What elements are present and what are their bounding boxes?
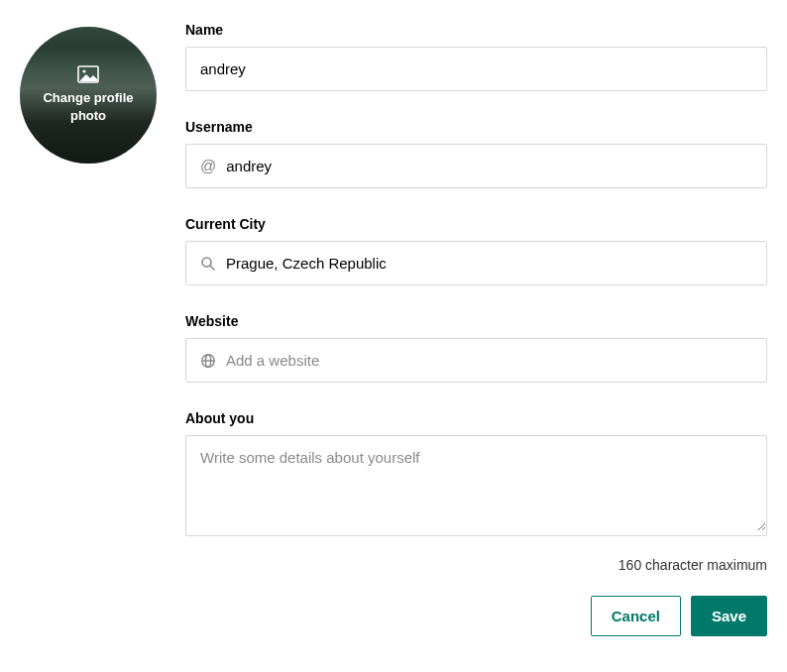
- current-city-input[interactable]: [216, 242, 766, 284]
- at-symbol-prefix: @: [186, 158, 216, 175]
- name-input[interactable]: [186, 48, 766, 90]
- about-label: About you: [185, 410, 767, 426]
- image-icon: [77, 65, 99, 83]
- cancel-button[interactable]: Cancel: [591, 596, 681, 636]
- svg-point-1: [82, 70, 85, 73]
- change-profile-photo-label: Change profile photo: [20, 89, 157, 124]
- search-icon: [186, 256, 216, 272]
- name-label: Name: [185, 22, 767, 38]
- current-city-label: Current City: [185, 216, 767, 232]
- svg-line-3: [210, 266, 214, 270]
- about-textarea[interactable]: [186, 436, 766, 531]
- globe-icon: [186, 353, 216, 369]
- website-label: Website: [185, 313, 767, 329]
- username-label: Username: [185, 119, 767, 135]
- change-profile-photo[interactable]: Change profile photo: [20, 27, 157, 164]
- about-helper-text: 160 character maximum: [618, 557, 767, 573]
- website-input[interactable]: [216, 339, 766, 382]
- username-input[interactable]: [216, 145, 766, 187]
- save-button[interactable]: Save: [691, 596, 767, 636]
